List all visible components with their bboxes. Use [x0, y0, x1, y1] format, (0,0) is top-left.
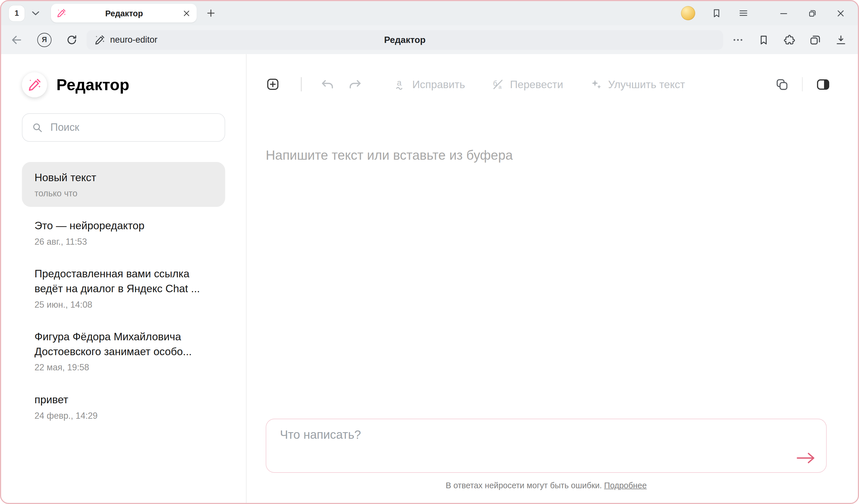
- hamburger-icon: [738, 8, 749, 19]
- profile-avatar[interactable]: [681, 6, 695, 20]
- extensions-button[interactable]: [783, 34, 796, 46]
- translate-icon: [491, 78, 504, 91]
- document-list-item[interactable]: Новый текст только что: [22, 162, 225, 207]
- panel-toggle-button[interactable]: [816, 77, 831, 92]
- refresh-icon: [66, 34, 78, 46]
- bookmark-flag-icon: [758, 34, 770, 46]
- browser-toolbar: Я neuro-editor Редактор: [1, 25, 858, 54]
- window-controls: [779, 8, 846, 18]
- download-icon: [835, 34, 847, 46]
- disclaimer-link[interactable]: Подробнее: [604, 480, 647, 490]
- puzzle-icon: [783, 34, 796, 46]
- document-title: привет: [35, 392, 213, 407]
- app-logo-badge: [22, 72, 47, 97]
- document-list-item[interactable]: привет 24 февр., 14:29: [22, 384, 225, 429]
- disclaimer-text: В ответах нейросети могут быть ошибки.: [446, 480, 602, 490]
- chevron-down-icon: [30, 7, 42, 19]
- restore-icon: [807, 8, 817, 18]
- document-list-item[interactable]: Это — нейроредактор 26 авг., 11:53: [22, 210, 225, 255]
- new-tab-button[interactable]: [205, 8, 216, 19]
- ellipsis-icon: [732, 34, 744, 46]
- site-favicon-icon: [94, 34, 105, 45]
- downloads-button[interactable]: [835, 34, 847, 46]
- document-time: 26 авг., 11:53: [35, 237, 213, 247]
- address-text: neuro-editor: [110, 35, 157, 44]
- arrow-right-icon: [796, 450, 816, 466]
- ai-disclaimer: В ответах нейросети могут быть ошибки.По…: [266, 480, 827, 490]
- tab-counter-label: 1: [15, 9, 19, 18]
- document-list-item[interactable]: Фигура Фёдора Михайловича Достоевского з…: [22, 321, 225, 381]
- undo-icon: [320, 77, 334, 92]
- search-input[interactable]: [49, 121, 215, 134]
- browser-toolbar-right: [732, 34, 849, 46]
- tab-editor[interactable]: Редактор: [51, 4, 197, 22]
- redo-icon: [348, 77, 362, 92]
- sparkles-icon: [590, 78, 603, 91]
- copy-button[interactable]: [775, 78, 788, 91]
- bookmark-button[interactable]: [758, 34, 770, 46]
- translate-button[interactable]: Перевести: [491, 78, 563, 91]
- search-icon: [32, 122, 43, 133]
- translate-label: Перевести: [510, 78, 563, 90]
- plus-square-icon: [266, 77, 280, 92]
- app-logo: Редактор: [22, 72, 246, 97]
- tab-close-button[interactable]: [182, 9, 191, 18]
- document-time: только что: [35, 189, 213, 199]
- more-button[interactable]: [732, 34, 744, 46]
- close-icon: [182, 9, 191, 18]
- tab-strip-right: [681, 6, 850, 20]
- tab-counter-button[interactable]: 1: [9, 5, 25, 21]
- minimize-icon: [779, 8, 789, 18]
- document-time: 22 мая, 19:58: [35, 363, 213, 373]
- minimize-button[interactable]: [779, 8, 789, 18]
- ai-actions: Исправить Перевести Улучшить текст: [394, 78, 685, 91]
- ya-letter: Я: [42, 35, 47, 44]
- new-document-button[interactable]: [266, 77, 280, 92]
- browser-panel-button[interactable]: [711, 8, 722, 19]
- editor-panel: Исправить Перевести Улучшить текст: [246, 54, 858, 503]
- sidebar: Редактор Новый текст только что Это — не…: [1, 54, 246, 503]
- back-button[interactable]: [10, 33, 23, 46]
- collections-icon: [809, 34, 821, 46]
- undo-button[interactable]: [320, 77, 334, 92]
- improve-text-label: Улучшить текст: [608, 78, 685, 90]
- prompt-input[interactable]: [280, 427, 788, 464]
- document-title: Это — нейроредактор: [35, 218, 213, 233]
- toolbar-divider: [301, 77, 302, 92]
- search-box[interactable]: [22, 113, 225, 142]
- document-list-item[interactable]: Предоставленная вами ссылка ведёт на диа…: [22, 258, 225, 318]
- improve-text-button[interactable]: Улучшить текст: [590, 78, 685, 91]
- editor-area[interactable]: Напишите текст или вставьте из буфера: [246, 109, 858, 361]
- app-favicon-icon: [56, 8, 66, 18]
- editor-toolbar: Исправить Перевести Улучшить текст: [246, 54, 858, 96]
- magic-pencil-icon: [28, 78, 42, 92]
- tab-list-button[interactable]: [30, 7, 42, 19]
- screen: 1 Редактор: [0, 0, 859, 504]
- spellcheck-icon: [394, 78, 407, 91]
- redo-button[interactable]: [348, 77, 362, 92]
- send-button[interactable]: [796, 450, 816, 466]
- collections-button[interactable]: [809, 34, 821, 46]
- address-bar[interactable]: neuro-editor Редактор: [87, 30, 723, 49]
- document-time: 25 июн., 14:08: [35, 300, 213, 310]
- fix-text-button[interactable]: Исправить: [394, 78, 465, 91]
- restore-button[interactable]: [807, 8, 817, 18]
- app-title: Редактор: [56, 76, 130, 94]
- yandex-search-button[interactable]: Я: [37, 33, 51, 47]
- page-content: Редактор Новый текст только что Это — не…: [1, 54, 858, 503]
- document-title: Фигура Фёдора Михайловича Достоевского з…: [35, 330, 213, 359]
- close-icon: [835, 8, 846, 18]
- prompt-box[interactable]: [266, 419, 827, 473]
- arrow-left-icon: [10, 33, 23, 46]
- plus-icon: [205, 8, 216, 19]
- document-title: Новый текст: [35, 170, 213, 185]
- browser-menu-button[interactable]: [738, 8, 749, 19]
- refresh-button[interactable]: [66, 34, 78, 46]
- document-time: 24 февр., 14:29: [35, 411, 213, 421]
- fix-text-label: Исправить: [412, 78, 465, 90]
- bookmark-flag-icon: [711, 8, 722, 19]
- document-list: Новый текст только что Это — нейроредакт…: [22, 162, 225, 429]
- tab-strip: 1 Редактор: [1, 1, 858, 25]
- window-close-button[interactable]: [835, 8, 846, 18]
- panel-toggle-icon: [816, 77, 831, 92]
